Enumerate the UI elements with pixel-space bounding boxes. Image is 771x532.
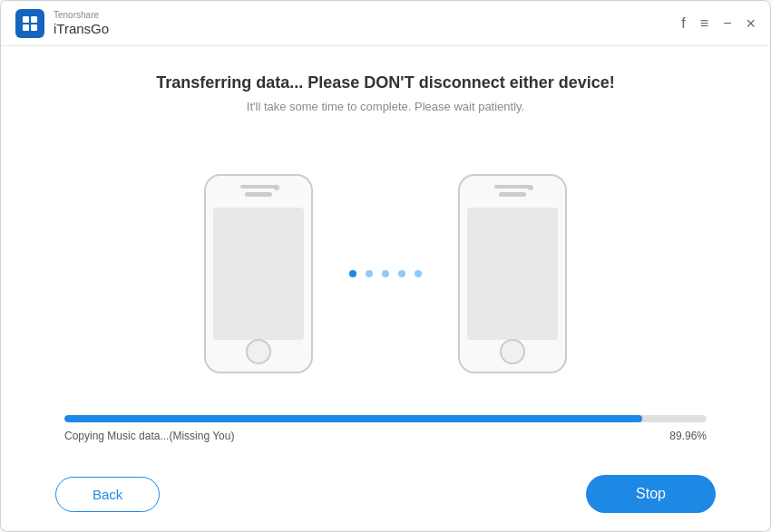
phone-speaker-right (499, 192, 526, 197)
source-phone (204, 174, 313, 373)
facebook-icon[interactable]: f (681, 16, 685, 31)
source-phone-container (204, 174, 313, 373)
phone-home-left (246, 339, 271, 364)
phone-screen-right (467, 208, 558, 340)
phone-camera-left (274, 185, 279, 190)
close-icon[interactable]: × (746, 15, 756, 32)
menu-icon[interactable]: ≡ (700, 16, 708, 31)
main-title: Transferring data... Please DON'T discon… (156, 73, 614, 92)
svg-rect-2 (23, 24, 29, 31)
svg-rect-1 (31, 16, 37, 23)
phones-area (55, 140, 716, 406)
dot-1 (349, 270, 356, 277)
titlebar: Tenorshare iTransGo f ≡ − × (1, 1, 770, 46)
phone-speaker-left (245, 192, 272, 197)
main-content: Transferring data... Please DON'T discon… (1, 46, 770, 460)
target-phone-container (458, 174, 567, 373)
transfer-dots (313, 270, 458, 277)
progress-bar-fill (64, 415, 642, 422)
dot-3 (382, 270, 389, 277)
back-button[interactable]: Back (55, 477, 160, 512)
progress-percent: 89.96% (669, 430, 707, 442)
progress-info: Copying Music data...(Missing You) 89.96… (64, 430, 707, 442)
app-name: iTransGo (54, 21, 109, 37)
progress-label: Copying Music data...(Missing You) (64, 430, 234, 442)
svg-rect-3 (31, 24, 37, 31)
dot-2 (366, 270, 373, 277)
company-name: Tenorshare (54, 10, 109, 21)
app-logo (15, 9, 44, 38)
progress-bar-container (64, 415, 707, 422)
stop-button[interactable]: Stop (586, 475, 716, 513)
main-subtitle: It'll take some time to complete. Please… (247, 100, 524, 113)
window-controls: f ≡ − × (681, 15, 756, 32)
progress-area: Copying Music data...(Missing You) 89.96… (55, 415, 716, 442)
phone-camera-right (528, 185, 533, 190)
app-title-group: Tenorshare iTransGo (54, 10, 109, 37)
logo-icon (21, 15, 39, 33)
phone-home-right (500, 339, 525, 364)
dot-5 (415, 270, 422, 277)
target-phone (458, 174, 567, 373)
app-window: Tenorshare iTransGo f ≡ − × Transferring… (0, 0, 771, 532)
minimize-icon[interactable]: − (723, 16, 731, 31)
svg-rect-0 (23, 16, 29, 23)
footer: Back Stop (1, 460, 770, 531)
phone-screen-left (213, 208, 304, 340)
dot-4 (398, 270, 405, 277)
